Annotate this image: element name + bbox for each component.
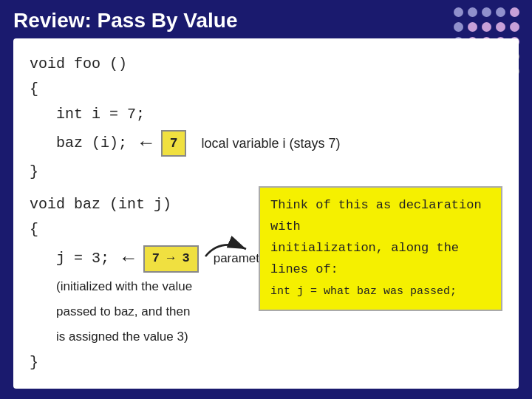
badge-7to3: 7 → 3 xyxy=(143,245,199,273)
close-brace-1: } xyxy=(30,160,502,185)
badge-7: 7 xyxy=(161,130,187,157)
slide: Review: Pass By Value void foo () { int … xyxy=(0,0,532,399)
baz-call-line: baz (i); ← 7 local variable i (stays 7) xyxy=(56,127,502,160)
code-block: void foo () { int i = 7; baz (i); ← 7 lo… xyxy=(30,52,502,375)
open-brace-1: { xyxy=(30,77,502,102)
foo-header-line: void foo () xyxy=(30,52,502,77)
baz-definition-area: void baz (int j) { j = 3; ← 7 → 3 parame… xyxy=(30,192,502,375)
content-area: void foo () { int i = 7; baz (i); ← 7 lo… xyxy=(13,38,519,389)
int-line: int i = 7; xyxy=(56,102,502,127)
local-variable-annotation: local variable i (stays 7) xyxy=(201,136,340,151)
close-brace-2: } xyxy=(30,350,324,375)
yellow-explanation-box: Think of this as declaration with initia… xyxy=(259,186,502,310)
